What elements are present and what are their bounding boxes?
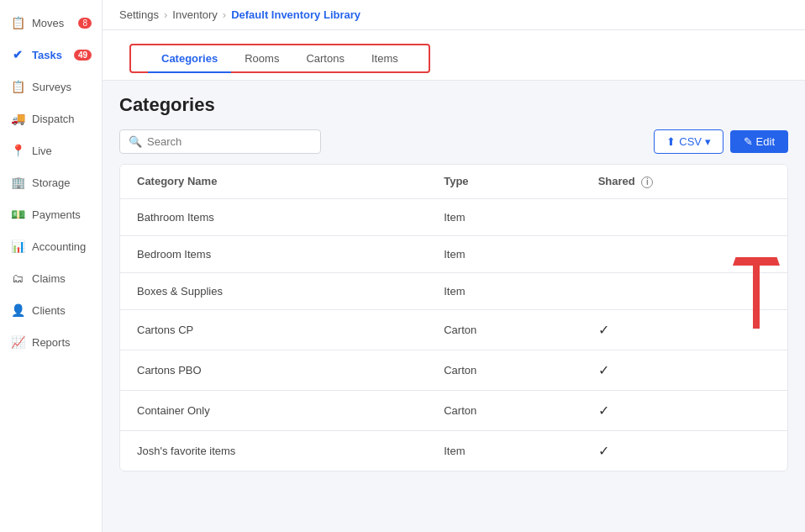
breadcrumb-sep-1: ›: [164, 8, 167, 21]
csv-chevron-icon: ▾: [705, 135, 711, 148]
cell-shared: ✓: [581, 390, 787, 430]
cell-shared: ✓: [581, 350, 787, 390]
cell-type: Item: [427, 430, 581, 471]
cell-category-name: Cartons CP: [120, 309, 427, 350]
cell-category-name: Cartons PBO: [120, 350, 427, 390]
csv-icon: ⬆: [666, 135, 676, 148]
col-header-name: Category Name: [120, 165, 427, 198]
cell-shared: [581, 198, 787, 235]
accounting-icon: 📊: [10, 239, 25, 254]
breadcrumb-settings[interactable]: Settings: [119, 8, 159, 21]
sidebar-item-label: Surveys: [32, 81, 71, 93]
edit-button-wrapper: ✎ Edit: [730, 130, 788, 153]
content-area: Categories 🔍 ⬆ CSV ▾ ✎ Edit: [103, 81, 805, 532]
tasks-icon: ✔: [10, 47, 25, 62]
sidebar-item-tasks[interactable]: ✔ Tasks 49: [0, 39, 102, 71]
sidebar-item-clients[interactable]: 👤 Clients: [0, 294, 102, 326]
cell-category-name: Boxes & Supplies: [120, 272, 427, 309]
cell-shared: ✓: [581, 309, 787, 350]
table-row: Josh's favorite itemsItem✓: [120, 430, 787, 471]
cell-shared: ✓: [581, 430, 787, 471]
cell-type: Item: [427, 198, 581, 235]
tasks-badge: 49: [74, 50, 92, 61]
shared-checkmark: ✓: [598, 363, 609, 377]
edit-label: ✎ Edit: [744, 135, 775, 148]
table-header-row: Category Name Type Shared i: [120, 165, 787, 198]
table-row: Cartons PBOCarton✓: [120, 350, 787, 390]
payments-icon: 💵: [10, 207, 25, 222]
shared-info-icon[interactable]: i: [641, 176, 653, 188]
cell-shared: [581, 235, 787, 272]
table-row: Bathroom ItemsItem: [120, 198, 787, 235]
toolbar: 🔍 ⬆ CSV ▾ ✎ Edit: [119, 129, 788, 154]
search-icon: 🔍: [129, 135, 142, 148]
col-header-shared: Shared i: [581, 165, 787, 198]
shared-checkmark: ✓: [598, 323, 609, 337]
sidebar-item-moves[interactable]: 📋 Moves 8: [0, 7, 102, 39]
toolbar-right: ⬆ CSV ▾ ✎ Edit: [654, 129, 788, 154]
sidebar-item-storage[interactable]: 🏢 Storage: [0, 166, 102, 198]
sidebar-item-label: Reports: [32, 336, 71, 349]
tab-items[interactable]: Items: [358, 45, 412, 73]
breadcrumb-current: Default Inventory Library: [231, 8, 360, 21]
csv-label: CSV: [679, 135, 702, 148]
sidebar-item-payments[interactable]: 💵 Payments: [0, 198, 102, 230]
breadcrumb-inventory[interactable]: Inventory: [172, 8, 217, 21]
sidebar-item-label: Storage: [32, 176, 71, 189]
clients-icon: 👤: [10, 303, 25, 318]
sidebar-item-label: Live: [32, 145, 52, 157]
sidebar-item-accounting[interactable]: 📊 Accounting: [0, 230, 102, 262]
sidebar-item-label: Moves: [32, 17, 64, 29]
cell-shared: [581, 272, 787, 309]
col-header-type: Type: [427, 165, 581, 198]
sidebar-item-live[interactable]: 📍 Live: [0, 134, 102, 166]
cell-category-name: Josh's favorite items: [120, 430, 427, 471]
sidebar-item-label: Payments: [32, 208, 81, 221]
tabs-container: Categories Rooms Cartons Items: [103, 30, 805, 81]
search-box[interactable]: 🔍: [119, 129, 321, 154]
claims-icon: 🗂: [10, 271, 25, 286]
sidebar-item-label: Dispatch: [32, 113, 75, 125]
sidebar-item-label: Claims: [32, 272, 66, 285]
cell-category-name: Container Only: [120, 390, 427, 430]
table-row: Cartons CPCarton✓: [120, 309, 787, 350]
sidebar: 📋 Moves 8 ✔ Tasks 49 📋 Surveys 🚚 Dispatc…: [0, 0, 103, 532]
tab-cartons[interactable]: Cartons: [292, 45, 358, 73]
search-input[interactable]: [147, 135, 312, 148]
tab-rooms[interactable]: Rooms: [231, 45, 292, 73]
cell-type: Item: [427, 235, 581, 272]
table-row: Container OnlyCarton✓: [120, 390, 787, 430]
sidebar-item-reports[interactable]: 📈 Reports: [0, 326, 102, 358]
tab-categories[interactable]: Categories: [148, 45, 231, 73]
cell-type: Carton: [427, 350, 581, 390]
live-icon: 📍: [10, 143, 25, 158]
breadcrumb-sep-2: ›: [223, 8, 226, 21]
cell-type: Carton: [427, 390, 581, 430]
moves-icon: 📋: [10, 15, 25, 30]
sidebar-item-surveys[interactable]: 📋 Surveys: [0, 71, 102, 103]
cell-category-name: Bedroom Items: [120, 235, 427, 272]
shared-checkmark: ✓: [598, 444, 609, 458]
tabs-bar: Categories Rooms Cartons Items: [129, 44, 430, 73]
edit-button[interactable]: ✎ Edit: [730, 130, 788, 153]
cell-type: Carton: [427, 309, 581, 350]
categories-table: Category Name Type Shared i Bathroom Ite…: [119, 164, 788, 471]
sidebar-item-dispatch[interactable]: 🚚 Dispatch: [0, 103, 102, 134]
csv-button[interactable]: ⬆ CSV ▾: [654, 129, 723, 154]
page-title: Categories: [119, 94, 788, 116]
table-row: Bedroom ItemsItem: [120, 235, 787, 272]
cell-category-name: Bathroom Items: [120, 198, 427, 235]
sidebar-item-label: Accounting: [32, 240, 86, 253]
sidebar-item-claims[interactable]: 🗂 Claims: [0, 262, 102, 294]
reports-icon: 📈: [10, 334, 25, 350]
cell-type: Item: [427, 272, 581, 309]
dispatch-icon: 🚚: [10, 111, 25, 126]
table-row: Boxes & SuppliesItem: [120, 272, 787, 309]
sidebar-item-label: Clients: [32, 304, 66, 317]
breadcrumb: Settings › Inventory › Default Inventory…: [103, 0, 805, 30]
storage-icon: 🏢: [10, 175, 25, 190]
main-content: Settings › Inventory › Default Inventory…: [103, 0, 805, 532]
sidebar-item-label: Tasks: [32, 49, 62, 61]
shared-checkmark: ✓: [598, 403, 609, 418]
surveys-icon: 📋: [10, 79, 25, 94]
